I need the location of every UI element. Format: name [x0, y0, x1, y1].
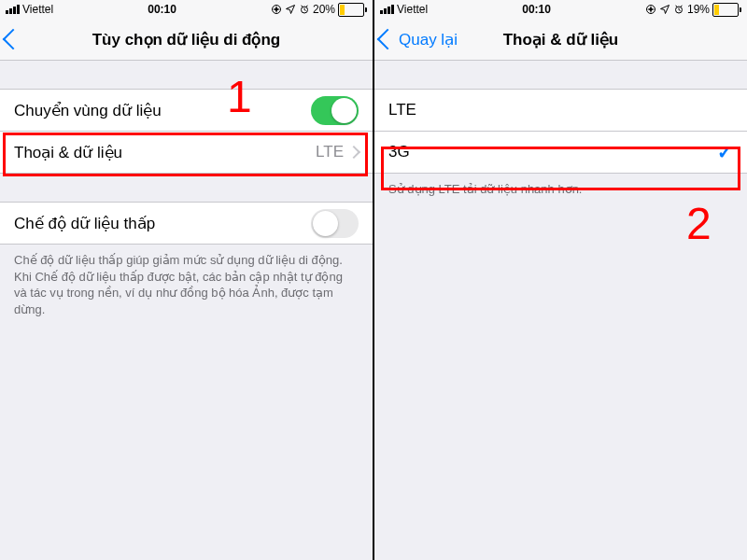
battery-pct: 20%: [313, 3, 335, 16]
option-label: LTE: [388, 101, 733, 119]
toggle-low-data[interactable]: [311, 209, 359, 238]
chevron-left-icon: [377, 29, 399, 50]
location-icon: [285, 4, 296, 15]
chevron-left-icon: [3, 29, 24, 50]
row-data-roaming[interactable]: Chuyển vùng dữ liệu: [0, 89, 373, 132]
back-label: Quay lại: [399, 30, 458, 49]
page-title: Tùy chọn dữ liệu di động: [0, 30, 373, 49]
screenshot-left: Viettel 00:10 20% Tùy chọn dữ liệu di độ…: [0, 0, 374, 560]
nav-bar: Quay lại Thoại & dữ liệu: [374, 19, 747, 61]
checkmark-icon: ✓: [717, 141, 733, 163]
footer-note: Chế độ dữ liệu thấp giúp giảm mức sử dụn…: [0, 245, 373, 317]
battery-pct: 19%: [687, 3, 710, 16]
row-voice-data[interactable]: Thoại & dữ liệu LTE: [0, 132, 373, 174]
row-value: LTE: [316, 143, 344, 161]
option-label: 3G: [388, 143, 717, 161]
battery-icon: [338, 3, 367, 17]
status-bar: Viettel 00:10 20%: [0, 0, 373, 19]
toggle-roaming[interactable]: [311, 96, 359, 125]
battery-icon: [712, 3, 741, 17]
option-lte[interactable]: LTE: [374, 89, 747, 132]
status-bar: Viettel 00:10 19%: [374, 0, 747, 19]
signal-icon: [6, 5, 20, 14]
compass-icon: [645, 4, 656, 15]
clock: 00:10: [148, 3, 176, 16]
back-button[interactable]: [0, 32, 24, 47]
alarm-icon: [673, 4, 684, 15]
row-label: Chuyển vùng dữ liệu: [14, 101, 311, 120]
alarm-icon: [299, 4, 310, 15]
signal-icon: [380, 5, 394, 14]
carrier-label: Viettel: [397, 3, 428, 16]
row-low-data-mode[interactable]: Chế độ dữ liệu thấp: [0, 202, 373, 245]
carrier-label: Viettel: [22, 3, 53, 16]
option-3g[interactable]: 3G ✓: [374, 132, 747, 174]
nav-bar: Tùy chọn dữ liệu di động: [0, 19, 373, 61]
row-label: Thoại & dữ liệu: [14, 143, 316, 162]
back-button[interactable]: Quay lại: [374, 30, 458, 49]
chevron-right-icon: [347, 146, 360, 159]
compass-icon: [271, 4, 282, 15]
footer-note: Sử dụng LTE tải dữ liệu nhanh hơn.: [374, 174, 747, 198]
row-label: Chế độ dữ liệu thấp: [14, 214, 311, 233]
clock: 00:10: [522, 3, 551, 16]
location-icon: [659, 4, 670, 15]
screenshot-right: Viettel 00:10 19% Quay lại Thoại & dữ li…: [374, 0, 747, 560]
